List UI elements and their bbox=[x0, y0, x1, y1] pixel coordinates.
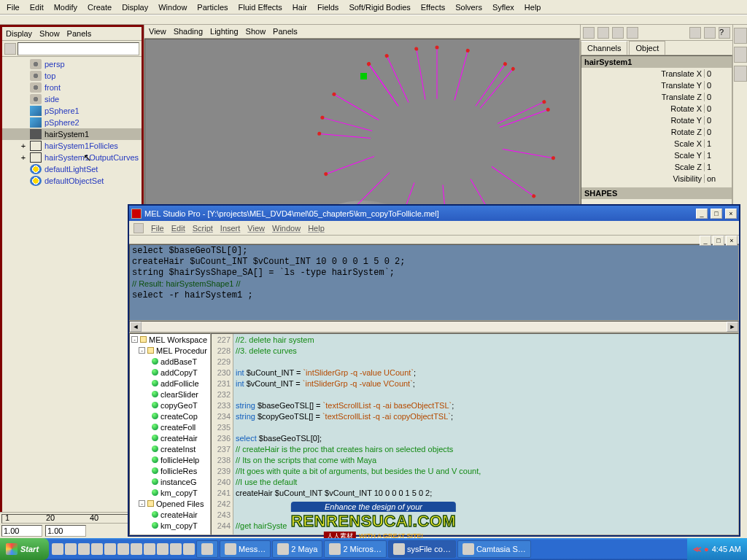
outliner-item-defaultobjectset[interactable]: defaultObjectSet bbox=[2, 175, 142, 187]
mel-menu-help[interactable]: Help bbox=[308, 224, 325, 233]
chtool-2-icon[interactable] bbox=[597, 27, 609, 39]
outliner-item-defaultlightset[interactable]: defaultLightSet bbox=[2, 163, 142, 175]
attr-value[interactable]: 0 bbox=[704, 93, 730, 101]
outliner-item-psphere1[interactable]: pSphere1 bbox=[2, 105, 142, 117]
tree-proc-addCopyT[interactable]: addCopyT bbox=[130, 367, 210, 378]
attr-scale-z[interactable]: Scale Z1 bbox=[581, 161, 732, 173]
qlaunch-1-icon[interactable] bbox=[52, 543, 63, 555]
mel-output-scrollbar[interactable]: ◄ ► bbox=[129, 321, 739, 332]
inner-max-button[interactable]: □ bbox=[713, 236, 724, 246]
viewport-menu[interactable]: ViewShadingLightingShowPanels bbox=[144, 25, 580, 39]
attr-translate-x[interactable]: Translate X0 bbox=[581, 68, 732, 79]
scroll-right-button[interactable]: ► bbox=[727, 322, 738, 332]
scroll-track[interactable] bbox=[142, 322, 727, 332]
globe-icon[interactable] bbox=[704, 27, 716, 39]
taskbar-button[interactable] bbox=[196, 540, 218, 558]
menu-fields[interactable]: Fields bbox=[312, 1, 344, 13]
outliner-item-persp[interactable]: persp bbox=[2, 58, 142, 70]
rtool-2[interactable] bbox=[734, 47, 747, 63]
attr-value[interactable]: 0 bbox=[704, 81, 730, 90]
attr-rotate-x[interactable]: Rotate X0 bbox=[581, 103, 732, 114]
attr-value[interactable]: 0 bbox=[704, 116, 730, 125]
qlaunch-7-icon[interactable] bbox=[131, 543, 142, 555]
vp-menu-lighting[interactable]: Lighting bbox=[210, 27, 239, 36]
outliner-menu-display[interactable]: Display bbox=[6, 29, 32, 38]
attr-value[interactable]: 1 bbox=[704, 163, 730, 171]
outliner-item-hairsystem1follicles[interactable]: +hairSystem1Follicles bbox=[2, 140, 142, 152]
mel-menu-view[interactable]: View bbox=[247, 224, 265, 233]
expander-icon[interactable]: + bbox=[20, 141, 27, 150]
attr-visibility[interactable]: Visibilityon bbox=[581, 173, 732, 184]
tab-channels[interactable]: Channels bbox=[581, 41, 627, 55]
mel-menu-window[interactable]: Window bbox=[272, 224, 301, 233]
menu-soft-rigid-bodies[interactable]: Soft/Rigid Bodies bbox=[344, 1, 415, 13]
system-tray[interactable]: ≪ ● 4:45 AM bbox=[687, 538, 747, 560]
outliner-search-input[interactable] bbox=[18, 42, 139, 55]
tree-proc-follicleHelp[interactable]: follicleHelp bbox=[130, 454, 210, 465]
tree-proc-clearSlider[interactable]: clearSlider bbox=[130, 389, 210, 400]
tree-opened-folder[interactable]: -Opened Files bbox=[130, 498, 210, 509]
code-area[interactable]: //2. delete hair system //3. delete curv… bbox=[233, 334, 738, 534]
attr-scale-y[interactable]: Scale Y1 bbox=[581, 149, 732, 161]
mel-menu-edit[interactable]: Edit bbox=[171, 224, 185, 233]
menu-create[interactable]: Create bbox=[82, 1, 117, 13]
menu-particles[interactable]: Particles bbox=[192, 1, 233, 13]
attr-value[interactable]: 1 bbox=[704, 139, 730, 148]
tree-proc-instanceG[interactable]: instanceG bbox=[130, 476, 210, 487]
mel-menu-script[interactable]: Script bbox=[193, 224, 213, 233]
qlaunch-9-icon[interactable] bbox=[157, 543, 169, 555]
tree-proc-createCop[interactable]: createCop bbox=[130, 411, 210, 421]
mel-studio-window[interactable]: MEL Studio Pro - [Y:\projects\MEL_DVD4\m… bbox=[128, 204, 740, 537]
outliner-menu-show[interactable]: Show bbox=[39, 29, 60, 38]
taskbar-button[interactable]: 2 Micros… bbox=[324, 540, 387, 558]
outliner-item-hairsystem1outputcurves[interactable]: +hairSystem1OutputCurves bbox=[2, 152, 142, 163]
attr-value[interactable]: 1 bbox=[704, 151, 730, 160]
outliner-item-front[interactable]: front bbox=[2, 82, 142, 93]
tree-proc-createFoll[interactable]: createFoll bbox=[130, 421, 210, 432]
attr-rotate-y[interactable]: Rotate Y0 bbox=[581, 114, 732, 126]
outliner-list[interactable]: persptopfrontsidepSphere1pSphere2hairSys… bbox=[2, 57, 142, 520]
tab-object[interactable]: Object bbox=[629, 41, 665, 55]
menu-display[interactable]: Display bbox=[117, 1, 153, 13]
minimize-button[interactable]: _ bbox=[696, 209, 708, 219]
chtool-3-icon[interactable] bbox=[612, 27, 624, 39]
channel-box-toolbar[interactable]: ? bbox=[581, 25, 732, 41]
tree-proc-createHair[interactable]: createHair bbox=[130, 432, 210, 443]
tree-proc-follicleRes[interactable]: follicleRes bbox=[130, 465, 210, 476]
qlaunch-4-icon[interactable] bbox=[91, 543, 103, 555]
menu-edit[interactable]: Edit bbox=[25, 1, 49, 13]
mel-workspace-tree[interactable]: -MEL Workspace-MEL ProceduraddBaseTaddCo… bbox=[129, 333, 211, 535]
attr-translate-y[interactable]: Translate Y0 bbox=[581, 79, 732, 91]
qlaunch-6-icon[interactable] bbox=[117, 543, 129, 555]
chtool-4-icon[interactable] bbox=[627, 27, 638, 39]
outliner-menu[interactable]: DisplayShowPanels bbox=[2, 27, 142, 41]
main-menubar[interactable]: FileEditModifyCreateDisplayWindowParticl… bbox=[0, 0, 747, 15]
channel-node-name[interactable]: hairSystem1 bbox=[581, 56, 732, 68]
mel-menu-insert[interactable]: Insert bbox=[220, 224, 241, 233]
menu-help[interactable]: Help bbox=[519, 1, 546, 13]
qlaunch-11-icon[interactable] bbox=[183, 543, 195, 555]
menu-solvers[interactable]: Solvers bbox=[450, 1, 487, 13]
vp-menu-view[interactable]: View bbox=[149, 27, 166, 36]
tree-proc-createInst[interactable]: createInst bbox=[130, 443, 210, 454]
tree-proc-addBaseT[interactable]: addBaseT bbox=[130, 356, 210, 367]
manipulator-y[interactable] bbox=[360, 73, 367, 79]
attr-value[interactable]: 0 bbox=[704, 128, 730, 136]
axis-icon[interactable] bbox=[689, 27, 701, 39]
qlaunch-8-icon[interactable] bbox=[144, 543, 155, 555]
attr-value[interactable]: 0 bbox=[704, 69, 730, 78]
attr-value[interactable]: 0 bbox=[704, 104, 730, 113]
vp-menu-shading[interactable]: Shading bbox=[174, 27, 203, 36]
menu-fluid-effects[interactable]: Fluid Effects bbox=[233, 1, 287, 13]
vp-menu-panels[interactable]: Panels bbox=[273, 27, 298, 36]
tree-proc-addFollicle[interactable]: addFollicle bbox=[130, 378, 210, 389]
close-button[interactable]: × bbox=[725, 209, 737, 219]
tree-file-createHair[interactable]: createHair bbox=[130, 509, 210, 520]
qlaunch-2-icon[interactable] bbox=[65, 543, 77, 555]
range-start-input[interactable] bbox=[1, 525, 42, 537]
menu-file[interactable]: File bbox=[1, 1, 25, 13]
menu-syflex[interactable]: Syflex bbox=[487, 1, 519, 13]
start-button[interactable]: Start bbox=[0, 538, 49, 560]
outliner-item-top[interactable]: top bbox=[2, 70, 142, 82]
taskbar-button[interactable]: Mess… bbox=[220, 540, 271, 558]
